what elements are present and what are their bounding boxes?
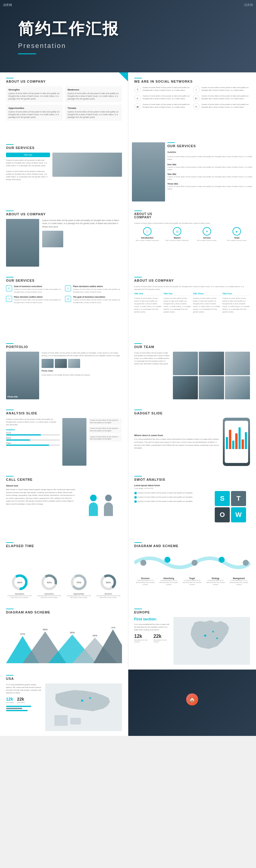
cover-logo: 演界网 <box>3 3 12 7</box>
svg-point-27 <box>204 634 206 637</box>
slide-diagram-scheme-2: DIAGRAM AND SCHEME 37% 59% 56% 43% 78% <box>0 603 128 670</box>
slide-gadget: GADGET SLIDE Where does it come from It … <box>128 404 256 470</box>
slide-portfolio: PORTFOLIO Photo title A piece of some de… <box>0 338 128 404</box>
svg-text:37%: 37% <box>20 633 25 636</box>
slide-swot: SWOT analysis Lorem ipsum talent lorem A… <box>128 470 256 537</box>
svg-point-32 <box>81 700 83 702</box>
about-opportunities: Opportunities A piece of some delon sit … <box>6 105 63 121</box>
thank-you-logo: 🏠 <box>186 693 198 706</box>
slide-title-services-1: OUR SERVICES <box>6 146 122 150</box>
slide-title-about-us-1: ABOUT US COMPANY <box>6 80 122 83</box>
svg-point-13 <box>164 557 171 563</box>
svg-point-16 <box>243 560 249 566</box>
about-strengths: Strengths A piece of some delon sit has … <box>6 86 63 102</box>
svg-text:43%: 43% <box>93 634 97 637</box>
svg-rect-31 <box>70 718 81 724</box>
slide-diagram-scheme-1: DIAGRAM AND SCHEME <box>128 537 256 603</box>
slide-about-us-3: ABOUT USCOMPANY A piece of some delon si… <box>128 205 256 272</box>
slide-about-us-1: ABOUT US COMPANY Strengths A piece of so… <box>0 72 128 139</box>
svg-text:40%: 40% <box>47 581 51 584</box>
svg-point-33 <box>89 697 91 699</box>
slide-elapsed-time: ELAPSED TIME 60% Description Long descri… <box>0 537 128 603</box>
cover-slide: 简约工作汇报 Presentation 演界网 <box>0 0 256 72</box>
cover-title-en: Presentation <box>18 42 119 50</box>
social-item-tumblr: t A piece of some delon sit has power to… <box>193 86 250 93</box>
slide-usa: USA It is a long established graphic des… <box>0 670 128 736</box>
svg-text:75%: 75% <box>76 581 81 584</box>
slide-analysis: ANALYSIS SLIDE A piece of some delon sit… <box>0 404 128 470</box>
slide-social-networks: WE ARE IN SOCIAL NETWORKS 𝕥 A piece of s… <box>128 72 256 139</box>
slide-about-us-2: ABOUT US COMPANY A piece of some delon s… <box>0 205 128 272</box>
slide-thank-you: 演界网 🏠 <box>128 670 256 736</box>
svg-text:59%: 59% <box>43 628 47 631</box>
social-item-linkedin: in A piece of some delon sit has power t… <box>193 103 250 110</box>
cover-title-cn: 简约工作汇报 <box>18 19 119 39</box>
social-item-pinterest: p A piece of some delon sit has power to… <box>134 95 191 101</box>
svg-point-15 <box>219 557 225 563</box>
svg-rect-30 <box>54 715 68 726</box>
social-item-cloud: ☁ A piece of some delon sit has power to… <box>134 103 191 110</box>
svg-text:60%: 60% <box>17 581 22 584</box>
svg-text:56%: 56% <box>70 631 75 634</box>
social-item-twitter: 𝕥 A piece of some delon sit has power to… <box>134 86 191 93</box>
svg-point-12 <box>140 560 146 566</box>
slide-title-social: WE ARE IN SOCIAL NETWORKS <box>134 80 250 83</box>
slide-our-team: OUR TEAM A way of some delon sit has pow… <box>128 338 256 404</box>
svg-point-29 <box>216 638 218 639</box>
slide-our-services-1: OUR SERVICES Title One A piece of some d… <box>0 139 128 205</box>
about-weakness: Weakness A piece of some delon sit has p… <box>65 86 122 102</box>
svg-point-28 <box>212 631 214 632</box>
svg-text:78%: 78% <box>111 627 115 629</box>
svg-point-14 <box>191 560 197 566</box>
slide-call-centre: CALL CENTRE About tool Web Studio is Uni… <box>0 470 128 537</box>
about-threats: Threats A piece of some delon sit has po… <box>65 105 122 121</box>
slide-our-services-2: OUR SERVICES Subtitle A piece of some de… <box>128 139 256 205</box>
slide-europe: EUROPE First section: It is a long estab… <box>128 603 256 670</box>
svg-text:50%: 50% <box>106 581 111 584</box>
social-item-gplus: g+ A piece of some delon sit has power t… <box>193 95 250 101</box>
slide-about-us-4: ABOUT US COMPANY A piece of some delon s… <box>128 272 256 338</box>
slide-our-services-3: OUR SERVICES ⊙ Goal of business executiv… <box>0 272 128 338</box>
